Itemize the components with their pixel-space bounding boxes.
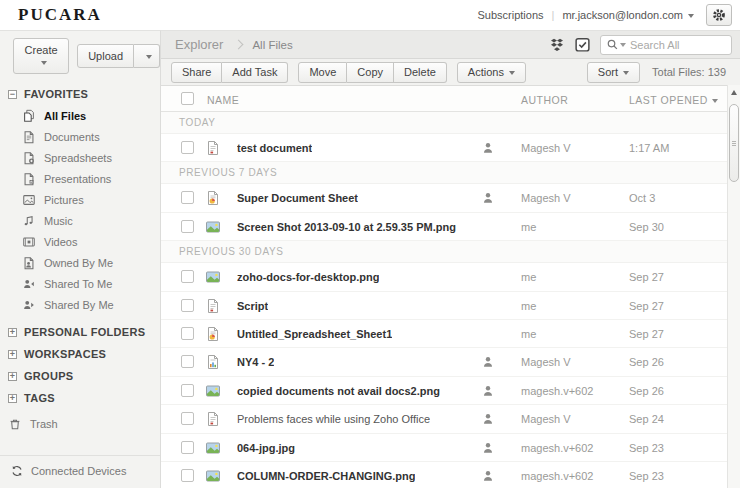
file-last-opened: Oct 3	[629, 192, 655, 204]
sort-button[interactable]: Sort	[587, 62, 640, 83]
file-last-opened: Sep 27	[629, 300, 664, 312]
create-label: Create	[25, 44, 58, 56]
account-menu[interactable]: mr.jackson@london.com	[562, 9, 694, 21]
connected-devices[interactable]: Connected Devices	[0, 455, 160, 488]
file-name[interactable]: Super Document Sheet	[237, 192, 358, 204]
file-name[interactable]: COLUMN-ORDER-CHANGING.png	[237, 470, 415, 482]
file-name[interactable]: NY4 - 2	[237, 356, 274, 368]
file-last-opened: Sep 27	[629, 328, 664, 340]
file-last-opened: Sep 26	[629, 356, 664, 368]
trash-icon	[8, 417, 22, 431]
row-checkbox[interactable]	[181, 270, 194, 283]
subscriptions-link[interactable]: Subscriptions	[477, 9, 543, 21]
sidebar-section-workspaces[interactable]: + WORKSPACES	[0, 343, 160, 365]
sidebar-item-music[interactable]: Music	[0, 210, 160, 231]
search-scope-chevron-icon[interactable]	[620, 43, 626, 47]
file-row[interactable]: COLUMN-ORDER-CHANGING.png magesh.v+602 S…	[161, 462, 740, 488]
file-last-opened: Sep 23	[629, 470, 664, 482]
sidebar-item-label: Shared By Me	[44, 299, 114, 311]
scroll-up-arrow-icon[interactable]	[728, 85, 740, 100]
file-author: me	[521, 328, 536, 340]
file-row[interactable]: copied documents not avail docs2.png mag…	[161, 377, 740, 405]
sidebar-item-pictures[interactable]: Pictures	[0, 189, 160, 210]
file-name[interactable]: Screen Shot 2013-09-10 at 2.59.35 PM.png	[237, 221, 456, 233]
sidebar-item-documents[interactable]: Documents	[0, 126, 160, 147]
settings-button[interactable]	[706, 4, 732, 26]
sidebar-item-presentations[interactable]: Presentations	[0, 168, 160, 189]
sidebar-item-trash[interactable]: Trash	[0, 413, 160, 434]
sidebar-item-owned-by-me[interactable]: Owned By Me	[0, 252, 160, 273]
sidebar-item-shared-to-me[interactable]: Shared To Me	[0, 273, 160, 294]
add-task-button[interactable]: Add Task	[222, 62, 288, 83]
column-header-last-opened[interactable]: LAST OPENED	[629, 94, 718, 106]
file-row[interactable]: test document Magesh V 1:17 AM	[161, 134, 740, 162]
sidebar-item-label: Pictures	[44, 194, 84, 206]
spreadsheet-file-icon	[205, 190, 221, 206]
delete-button[interactable]: Delete	[394, 62, 447, 83]
copy-button[interactable]: Copy	[347, 62, 394, 83]
sidebar-item-shared-by-me[interactable]: Shared By Me	[0, 294, 160, 315]
sidebar-item-label: Trash	[30, 418, 58, 430]
row-checkbox[interactable]	[181, 441, 194, 454]
chevron-down-icon	[509, 71, 515, 75]
file-row[interactable]: Untitled_Spreadsheet_Sheet1 me Sep 27	[161, 320, 740, 348]
vertical-scrollbar[interactable]	[727, 85, 740, 488]
row-checkbox[interactable]	[181, 191, 194, 204]
file-name[interactable]: Script	[237, 300, 268, 312]
tasks-button[interactable]	[574, 36, 591, 53]
file-row[interactable]: Screen Shot 2013-09-10 at 2.59.35 PM.png…	[161, 213, 740, 241]
file-name[interactable]: 064-jpg.jpg	[237, 442, 295, 454]
move-button[interactable]: Move	[298, 62, 347, 83]
spreadsheet-icon	[22, 151, 36, 165]
action-toolbar: Share Add Task Move Copy Delete Actions …	[161, 59, 740, 86]
file-row[interactable]: 064-jpg.jpg magesh.v+602 Sep 23	[161, 434, 740, 462]
section-label: TAGS	[24, 392, 55, 404]
file-row[interactable]: Script me Sep 27	[161, 292, 740, 320]
explorer-bar: Explorer All Files	[161, 31, 740, 59]
breadcrumb-current: All Files	[252, 39, 292, 51]
sidebar-section-personal-folders[interactable]: + PERSONAL FOLDERS	[0, 321, 160, 343]
shared-to-me-icon	[22, 277, 36, 291]
file-name[interactable]: test document	[237, 142, 312, 154]
select-all-checkbox[interactable]	[181, 92, 194, 105]
dropbox-button[interactable]	[549, 37, 565, 52]
column-header-author[interactable]: AUTHOR	[521, 94, 568, 106]
file-name[interactable]: zoho-docs-for-desktop.png	[237, 271, 379, 283]
file-row[interactable]: Super Document Sheet Magesh V Oct 3	[161, 184, 740, 212]
sidebar-section-groups[interactable]: + GROUPS	[0, 365, 160, 387]
row-checkbox[interactable]	[181, 412, 194, 425]
video-icon	[22, 235, 36, 249]
file-name[interactable]: copied documents not avail docs2.png	[237, 385, 440, 397]
scrollbar-thumb[interactable]	[729, 104, 739, 182]
total-files-count: Total Files: 139	[652, 66, 730, 78]
upload-menu-button[interactable]	[134, 44, 160, 68]
file-row[interactable]: Problems faces while using Zoho Office M…	[161, 405, 740, 433]
sidebar-item-spreadsheets[interactable]: Spreadsheets	[0, 147, 160, 168]
breadcrumb-root[interactable]: Explorer	[175, 37, 223, 52]
file-row[interactable]: zoho-docs-for-desktop.png me Sep 27	[161, 263, 740, 291]
sidebar-nav: − FAVORITES All Files Documents Spreadsh…	[0, 83, 160, 434]
shared-person-icon	[481, 141, 495, 155]
actions-button[interactable]: Actions	[457, 62, 526, 83]
row-checkbox[interactable]	[181, 220, 194, 233]
file-author: Magesh V	[521, 142, 571, 154]
column-header-name[interactable]: NAME	[207, 94, 239, 106]
search-input[interactable]	[630, 39, 716, 51]
row-checkbox[interactable]	[181, 327, 194, 340]
share-button[interactable]: Share	[171, 62, 222, 83]
file-name[interactable]: Untitled_Spreadsheet_Sheet1	[237, 328, 392, 340]
section-header-previous-7-days: PREVIOUS 7 DAYS	[161, 162, 740, 184]
row-checkbox[interactable]	[181, 384, 194, 397]
row-checkbox[interactable]	[181, 141, 194, 154]
row-checkbox[interactable]	[181, 299, 194, 312]
row-checkbox[interactable]	[181, 469, 194, 482]
create-button[interactable]: Create	[13, 38, 69, 74]
sidebar-section-tags[interactable]: + TAGS	[0, 387, 160, 409]
upload-button[interactable]: Upload	[77, 44, 134, 68]
sidebar-item-all-files[interactable]: All Files	[0, 105, 160, 126]
sidebar-item-videos[interactable]: Videos	[0, 231, 160, 252]
file-name[interactable]: Problems faces while using Zoho Office	[237, 413, 430, 425]
sidebar-section-favorites[interactable]: − FAVORITES	[0, 83, 160, 105]
file-row[interactable]: NY4 - 2 Magesh V Sep 26	[161, 348, 740, 376]
row-checkbox[interactable]	[181, 355, 194, 368]
